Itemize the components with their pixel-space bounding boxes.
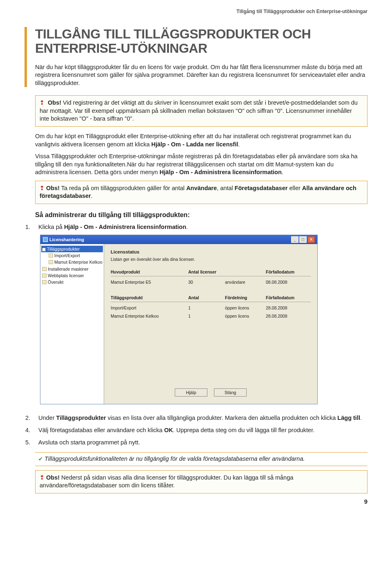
doc-icon [42,274,47,278]
text: . [238,141,240,148]
text: . [282,169,283,175]
col-header: Antal [188,295,225,300]
col-header: Tilläggsprodukt [111,295,188,300]
term: Företagsdatabaser [235,185,288,191]
obs-label: Obs! [46,185,60,191]
text: . Upprepa detta steg om du vill lägga ti… [173,427,315,433]
content-desc: Listan ger en översikt över alla dina li… [111,256,311,262]
term: Tilläggsprodukter [56,415,106,421]
col-header: Förfallodatum [266,295,311,300]
minimize-button[interactable]: _ [291,236,298,243]
menu-path: Hjälp - Om - Administrera licensinformat… [64,224,186,230]
term: Användare [186,185,217,191]
col-header: Fördelning [225,295,266,300]
doc-icon [49,253,53,258]
intro-paragraph: När du har köpt tilläggsprodukter får du… [35,63,368,87]
obs-text: Nederst på sidan visas alla dina license… [40,474,293,489]
text: Under [38,415,56,421]
text: visas en lista över alla tillgängliga pr… [106,415,338,421]
cell: 1 [188,313,225,319]
text: Välj företagsdatabas eller användare och… [38,427,164,433]
tree-item[interactable]: Installerade maskiner [41,266,103,272]
tree-label: Översikt [48,280,64,285]
col-header: Förfallodatum [266,269,311,275]
col-header: Huvudprodukt [111,269,188,275]
button-name: Lägg till [337,415,360,421]
page-title: TILLGÅNG TILL TILLÄGGSPRODUKTER OCH ENTE… [35,27,368,56]
content-pane: Licensstatus Listan ger en översikt över… [104,244,317,404]
text: . [186,224,188,230]
cell: 28.08.2008 [266,305,311,311]
cell: öppen licens [225,313,266,319]
tree-item[interactable]: Webbplats licenser [41,272,103,279]
app-icon [43,237,48,242]
menu-path: Hjälp - Om - Ladda ner licensfil [151,141,238,148]
cell: öppen licens [225,305,266,311]
page-number: 9 [24,498,368,506]
table2-row: Import/Export 1 öppen licens 28.08.2008 [111,304,311,312]
window-title: Licenshantering [49,237,84,242]
table1-row: Mamut Enterprise E5 30 användare 08.08.2… [111,278,311,286]
cell: 1 [188,305,225,311]
step-number: 4. [24,426,38,435]
close-button[interactable]: × [307,236,315,243]
title-block: TILLGÅNG TILL TILLÄGGSPRODUKTER OCH ENTE… [24,27,368,87]
tree-label: Mamut Enterprise Kelkoo [54,260,102,265]
pin-icon: ❢ [40,474,45,481]
step-number: 2. [24,414,38,422]
collapse-icon[interactable]: - [42,248,46,251]
license-window: Licenshantering _ □ × -Tilläggsprodukter… [40,235,318,404]
running-header: Tillgång till Tilläggsprodukter och Ente… [24,8,368,15]
table2-row: Mamut Enterprise Kelkoo 1 öppen licens 2… [111,312,311,320]
cell: 30 [188,279,225,285]
doc-icon [42,280,47,284]
obs-label: Obs! [46,474,60,481]
doc-icon [42,267,47,271]
pin-icon: ❢ [40,99,45,107]
tree-item[interactable]: Mamut Enterprise Kelkoo [41,259,103,265]
step-number: 1. [24,223,38,410]
check-icon: ✔ [38,456,43,462]
window-titlebar: Licenshantering _ □ × [40,235,317,244]
tree-label: Import/Export [54,253,80,258]
step-text: Avsluta och starta programmet på nytt. [38,439,368,447]
step-1: 1. Klicka på Hjälp - Om - Administrera l… [24,223,368,410]
pin-icon: ❢ [40,185,45,191]
success-note: ✔ Tilläggsproduktsfunktionaliteten är nu… [35,452,368,466]
text: Ta reda på om tilläggsprodukten gäller f… [60,185,186,191]
doc-icon [49,260,53,264]
menu-path: Hjälp - Om - Administrera licensinformat… [160,169,282,175]
tree-label: Webbplats licenser [48,273,84,278]
text: , antal [217,185,235,191]
text: . [91,193,93,199]
cell: Mamut Enterprise E5 [111,279,188,285]
success-text: Tilläggsproduktsfunktionaliteten är nu t… [45,455,305,462]
text: eller [287,185,302,191]
tree-label: Installerade maskiner [48,267,89,271]
paragraph-2: Om du har köpt en Tilläggsprodukt eller … [35,132,368,148]
tree-nav[interactable]: -Tilläggsprodukter Import/Export Mamut E… [40,244,104,404]
obs-callout-2: ❢ Obs! Ta reda på om tilläggsprodukten g… [35,181,368,204]
step-2: 2. Under Tilläggsprodukter visas en list… [24,414,368,422]
table2-header: Tilläggsprodukt Antal Fördelning Förfall… [111,294,311,302]
obs-callout-1: ❢ Obs! Vid registrering är det viktigt a… [35,95,368,127]
close-dialog-button[interactable]: Stäng [214,388,247,397]
help-button[interactable]: Hjälp [175,388,207,397]
cell: Mamut Enterprise Kelkoo [111,313,188,319]
content-heading: Licensstatus [111,249,311,256]
paragraph-3: Vissa Tilläggsprodukter och Enterprise-u… [35,152,368,177]
maximize-button[interactable]: □ [299,236,307,243]
step-5: 5. Avsluta och starta programmet på nytt… [24,439,368,447]
text: . [360,415,362,421]
tree-item[interactable]: Översikt [41,279,103,285]
obs-label: Obs! [48,99,61,106]
cell: 08.08.2008 [266,279,311,285]
text: Klicka på [38,224,64,230]
obs-callout-3: ❢ Obs! Nederst på sidan visas alla dina … [35,470,368,493]
button-row: Hjälp Stäng [111,386,311,401]
button-name: OK [164,427,173,433]
tree-item[interactable]: Import/Export [41,252,103,259]
col-header [225,269,266,275]
cell: Import/Export [111,305,188,311]
tree-root[interactable]: -Tilläggsprodukter [41,246,103,252]
